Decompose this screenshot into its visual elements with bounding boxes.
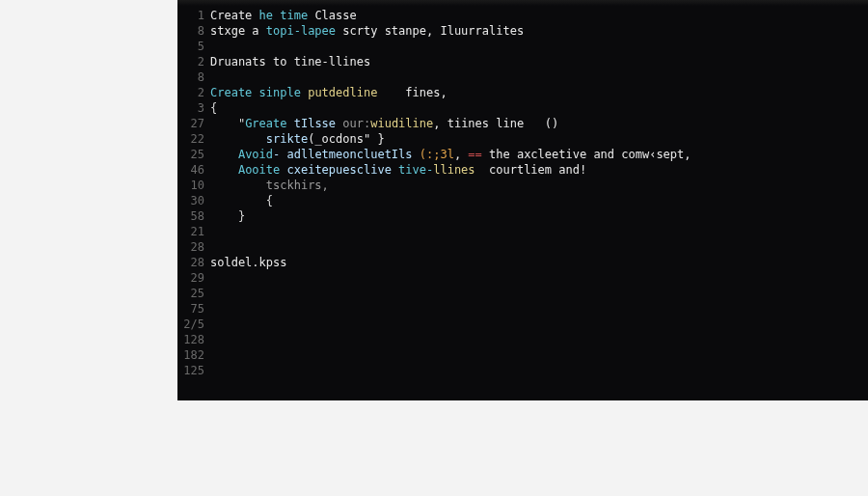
code-line[interactable] — [210, 286, 868, 301]
line-number: 28 — [177, 239, 204, 255]
line-number: 21 — [177, 224, 204, 239]
code-line[interactable] — [210, 239, 868, 255]
code-token: Greate — [245, 117, 286, 130]
code-editor[interactable]: 1852823272225461030582128282925752/51281… — [177, 0, 868, 400]
code-line[interactable] — [210, 270, 868, 286]
code-token: (:;3l — [420, 148, 454, 161]
code-lines[interactable]: Create he time Classestxge a topi-lapee … — [210, 8, 868, 394]
line-number: 25 — [177, 147, 204, 162]
code-token: courtliem and! — [475, 163, 587, 177]
code-line[interactable]: Create he time Classe — [210, 8, 868, 23]
code-token: topi-lapee — [266, 24, 342, 38]
code-token: cxeitepuesclive — [286, 163, 398, 177]
code-token: fines, — [377, 86, 447, 99]
code-line[interactable]: Create sinple putdedline fines, — [210, 85, 868, 100]
line-number — [177, 378, 204, 394]
line-number: 5 — [177, 39, 204, 54]
code-line[interactable]: soldel.kpss — [210, 255, 868, 270]
code-line[interactable]: Avoid- adlletmeoncluetIls (:;3l, == the … — [210, 147, 868, 162]
code-token: (_ocdons" } — [308, 132, 384, 146]
code-line[interactable]: stxge a topi-lapee scrty stanpe, Iluurra… — [210, 23, 868, 39]
line-number: 28 — [177, 255, 204, 270]
code-token: - adlletmeoncluetIls — [273, 148, 420, 161]
code-token: stxge a — [210, 24, 266, 38]
code-line[interactable] — [210, 378, 868, 394]
code-token: == — [468, 148, 481, 161]
code-token: soldel.kpss — [210, 256, 286, 269]
code-token: Create — [210, 9, 259, 22]
line-number: 128 — [177, 332, 204, 347]
line-number: 46 — [177, 162, 204, 178]
code-line[interactable] — [210, 301, 868, 317]
line-number: 3 — [177, 100, 204, 116]
code-line[interactable]: { — [210, 100, 868, 116]
code-token: Druanats to tine-llines — [210, 55, 370, 69]
code-line[interactable]: srikte(_ocdons" } — [210, 131, 868, 147]
code-token: Avoid — [238, 148, 273, 161]
code-line[interactable] — [210, 347, 868, 363]
line-number: 8 — [177, 23, 204, 39]
code-token: { — [266, 194, 273, 207]
line-number: 2/5 — [177, 317, 204, 332]
code-token: Aooite — [238, 163, 287, 177]
line-number: 8 — [177, 69, 204, 85]
line-number: 1 — [177, 8, 204, 23]
line-number: 22 — [177, 131, 204, 147]
line-number: 30 — [177, 193, 204, 208]
code-token: , tiines line () — [433, 117, 558, 130]
code-token: tive- — [398, 163, 433, 177]
code-token: putdedline — [308, 86, 377, 99]
code-line[interactable] — [210, 224, 868, 239]
code-line[interactable]: tsckhirs, — [210, 178, 868, 193]
code-line[interactable] — [210, 69, 868, 85]
code-line[interactable]: Aooite cxeitepuesclive tive-llines court… — [210, 162, 868, 178]
code-token: scrty stanpe, Iluurralites — [342, 24, 524, 38]
code-line[interactable] — [210, 363, 868, 378]
line-number: 125 — [177, 363, 204, 378]
code-token: { — [210, 101, 217, 115]
code-line[interactable]: { — [210, 193, 868, 208]
line-number: 182 — [177, 347, 204, 363]
code-token: , — [454, 148, 468, 161]
line-number: 27 — [177, 116, 204, 131]
code-token: tIlsse — [287, 117, 343, 130]
line-number: 58 — [177, 208, 204, 224]
code-token: he time — [259, 9, 309, 22]
code-token: srikte — [266, 132, 308, 146]
line-number: 75 — [177, 301, 204, 317]
code-line[interactable]: Druanats to tine-llines — [210, 54, 868, 69]
code-line[interactable] — [210, 39, 868, 54]
code-token: our: — [342, 117, 370, 130]
line-number: 25 — [177, 286, 204, 301]
code-token: Classe — [308, 9, 357, 22]
code-line[interactable]: "Greate tIlsse our:wiudiline, tiines lin… — [210, 116, 868, 131]
line-number: 2 — [177, 54, 204, 69]
line-number: 10 — [177, 178, 204, 193]
code-token: } — [238, 209, 245, 223]
line-number: 29 — [177, 270, 204, 286]
code-line[interactable]: } — [210, 208, 868, 224]
code-token: tsckhirs, — [266, 179, 329, 192]
code-token: llines — [433, 163, 475, 177]
line-number-gutter: 1852823272225461030582128282925752/51281… — [177, 8, 210, 394]
line-number: 2 — [177, 85, 204, 100]
code-token: Create sinple — [210, 86, 308, 99]
code-token: the axcleetive and comw‹sept, — [482, 148, 692, 161]
code-token: wiudiline — [370, 117, 433, 130]
code-area[interactable]: 1852823272225461030582128282925752/51281… — [177, 6, 868, 394]
code-line[interactable] — [210, 332, 868, 347]
code-line[interactable] — [210, 317, 868, 332]
